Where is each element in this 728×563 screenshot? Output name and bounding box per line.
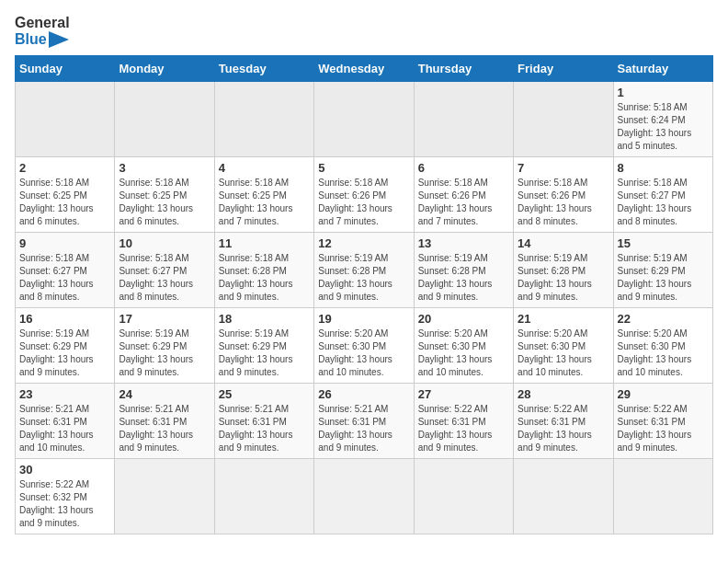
day-info: Sunrise: 5:20 AM Sunset: 6:30 PM Dayligh… <box>318 327 409 379</box>
calendar-cell <box>16 81 115 156</box>
day-number: 21 <box>518 312 609 326</box>
calendar-cell: 21Sunrise: 5:20 AM Sunset: 6:30 PM Dayli… <box>514 307 613 383</box>
calendar-cell <box>414 81 513 156</box>
calendar-cell: 15Sunrise: 5:19 AM Sunset: 6:29 PM Dayli… <box>613 232 712 307</box>
header-cell-saturday: Saturday <box>613 55 712 81</box>
day-info: Sunrise: 5:21 AM Sunset: 6:31 PM Dayligh… <box>219 403 310 454</box>
calendar-body: 1Sunrise: 5:18 AM Sunset: 6:24 PM Daylig… <box>16 81 713 534</box>
day-info: Sunrise: 5:18 AM Sunset: 6:27 PM Dayligh… <box>618 177 709 228</box>
day-info: Sunrise: 5:18 AM Sunset: 6:26 PM Dayligh… <box>418 177 509 228</box>
calendar-cell <box>314 81 414 156</box>
calendar-cell: 29Sunrise: 5:22 AM Sunset: 6:31 PM Dayli… <box>613 383 712 458</box>
calendar-cell: 17Sunrise: 5:19 AM Sunset: 6:29 PM Dayli… <box>115 307 214 383</box>
svg-marker-0 <box>49 31 69 48</box>
day-number: 13 <box>418 236 509 250</box>
day-number: 18 <box>219 312 310 326</box>
calendar-cell <box>214 458 313 534</box>
day-info: Sunrise: 5:18 AM Sunset: 6:25 PM Dayligh… <box>219 177 310 228</box>
day-info: Sunrise: 5:19 AM Sunset: 6:28 PM Dayligh… <box>418 252 509 304</box>
day-info: Sunrise: 5:22 AM Sunset: 6:31 PM Dayligh… <box>418 403 509 454</box>
calendar-cell <box>514 81 613 156</box>
calendar-cell: 6Sunrise: 5:18 AM Sunset: 6:26 PM Daylig… <box>414 156 513 232</box>
day-info: Sunrise: 5:22 AM Sunset: 6:31 PM Dayligh… <box>518 403 609 454</box>
logo-chevron-icon <box>49 31 69 48</box>
calendar-cell <box>514 458 613 534</box>
week-row-1: 2Sunrise: 5:18 AM Sunset: 6:25 PM Daylig… <box>16 156 713 232</box>
header-cell-thursday: Thursday <box>414 55 513 81</box>
logo-blue: Blue <box>15 31 47 48</box>
calendar-cell <box>115 81 214 156</box>
calendar-header-row: SundayMondayTuesdayWednesdayThursdayFrid… <box>16 55 713 81</box>
day-info: Sunrise: 5:19 AM Sunset: 6:29 PM Dayligh… <box>618 252 709 304</box>
day-info: Sunrise: 5:18 AM Sunset: 6:27 PM Dayligh… <box>119 252 210 304</box>
calendar-cell: 12Sunrise: 5:19 AM Sunset: 6:28 PM Dayli… <box>314 232 414 307</box>
calendar-cell: 13Sunrise: 5:19 AM Sunset: 6:28 PM Dayli… <box>414 232 513 307</box>
day-info: Sunrise: 5:19 AM Sunset: 6:28 PM Dayligh… <box>518 252 609 304</box>
calendar-cell: 16Sunrise: 5:19 AM Sunset: 6:29 PM Dayli… <box>16 307 115 383</box>
calendar-table: SundayMondayTuesdayWednesdayThursdayFrid… <box>15 55 713 534</box>
calendar-cell: 23Sunrise: 5:21 AM Sunset: 6:31 PM Dayli… <box>16 383 115 458</box>
day-info: Sunrise: 5:21 AM Sunset: 6:31 PM Dayligh… <box>119 403 210 454</box>
calendar-cell: 20Sunrise: 5:20 AM Sunset: 6:30 PM Dayli… <box>414 307 513 383</box>
day-number: 9 <box>19 236 110 250</box>
calendar-cell <box>613 458 712 534</box>
calendar-cell: 19Sunrise: 5:20 AM Sunset: 6:30 PM Dayli… <box>314 307 414 383</box>
header-cell-tuesday: Tuesday <box>214 55 313 81</box>
calendar-cell <box>314 458 414 534</box>
calendar-cell: 2Sunrise: 5:18 AM Sunset: 6:25 PM Daylig… <box>16 156 115 232</box>
day-info: Sunrise: 5:20 AM Sunset: 6:30 PM Dayligh… <box>418 327 509 379</box>
day-number: 23 <box>19 387 110 401</box>
day-info: Sunrise: 5:19 AM Sunset: 6:29 PM Dayligh… <box>119 327 210 379</box>
day-number: 8 <box>618 161 709 175</box>
header-cell-friday: Friday <box>514 55 613 81</box>
day-number: 4 <box>219 161 310 175</box>
header-cell-wednesday: Wednesday <box>314 55 414 81</box>
day-info: Sunrise: 5:18 AM Sunset: 6:26 PM Dayligh… <box>318 177 409 228</box>
calendar-cell: 4Sunrise: 5:18 AM Sunset: 6:25 PM Daylig… <box>214 156 313 232</box>
calendar-cell: 11Sunrise: 5:18 AM Sunset: 6:28 PM Dayli… <box>214 232 313 307</box>
calendar-cell: 30Sunrise: 5:22 AM Sunset: 6:32 PM Dayli… <box>16 458 115 534</box>
day-number: 30 <box>19 463 110 477</box>
day-number: 24 <box>119 387 210 401</box>
day-info: Sunrise: 5:21 AM Sunset: 6:31 PM Dayligh… <box>19 403 110 454</box>
day-number: 15 <box>618 236 709 250</box>
calendar-cell: 22Sunrise: 5:20 AM Sunset: 6:30 PM Dayli… <box>613 307 712 383</box>
day-number: 10 <box>119 236 210 250</box>
day-number: 2 <box>19 161 110 175</box>
day-number: 17 <box>119 312 210 326</box>
day-number: 16 <box>19 312 110 326</box>
calendar-cell: 7Sunrise: 5:18 AM Sunset: 6:26 PM Daylig… <box>514 156 613 232</box>
day-number: 12 <box>318 236 409 250</box>
calendar-cell: 1Sunrise: 5:18 AM Sunset: 6:24 PM Daylig… <box>613 81 712 156</box>
calendar-cell <box>214 81 313 156</box>
calendar-cell: 24Sunrise: 5:21 AM Sunset: 6:31 PM Dayli… <box>115 383 214 458</box>
day-info: Sunrise: 5:19 AM Sunset: 6:29 PM Dayligh… <box>219 327 310 379</box>
calendar-cell: 14Sunrise: 5:19 AM Sunset: 6:28 PM Dayli… <box>514 232 613 307</box>
day-info: Sunrise: 5:20 AM Sunset: 6:30 PM Dayligh… <box>518 327 609 379</box>
day-number: 5 <box>318 161 409 175</box>
day-info: Sunrise: 5:19 AM Sunset: 6:28 PM Dayligh… <box>318 252 409 304</box>
logo: General Blue <box>15 15 70 48</box>
week-row-0: 1Sunrise: 5:18 AM Sunset: 6:24 PM Daylig… <box>16 81 713 156</box>
day-info: Sunrise: 5:18 AM Sunset: 6:28 PM Dayligh… <box>219 252 310 304</box>
header-cell-monday: Monday <box>115 55 214 81</box>
calendar-cell: 28Sunrise: 5:22 AM Sunset: 6:31 PM Dayli… <box>514 383 613 458</box>
calendar-cell <box>414 458 513 534</box>
header: General Blue <box>15 15 713 48</box>
calendar-cell: 8Sunrise: 5:18 AM Sunset: 6:27 PM Daylig… <box>613 156 712 232</box>
day-info: Sunrise: 5:18 AM Sunset: 6:25 PM Dayligh… <box>19 177 110 228</box>
calendar-cell: 5Sunrise: 5:18 AM Sunset: 6:26 PM Daylig… <box>314 156 414 232</box>
day-number: 1 <box>618 86 709 99</box>
week-row-4: 23Sunrise: 5:21 AM Sunset: 6:31 PM Dayli… <box>16 383 713 458</box>
calendar-cell: 27Sunrise: 5:22 AM Sunset: 6:31 PM Dayli… <box>414 383 513 458</box>
day-info: Sunrise: 5:18 AM Sunset: 6:24 PM Dayligh… <box>618 101 709 153</box>
logo-general: General <box>15 15 70 31</box>
day-info: Sunrise: 5:20 AM Sunset: 6:30 PM Dayligh… <box>618 327 709 379</box>
day-number: 28 <box>518 387 609 401</box>
day-number: 6 <box>418 161 509 175</box>
day-info: Sunrise: 5:21 AM Sunset: 6:31 PM Dayligh… <box>318 403 409 454</box>
day-number: 3 <box>119 161 210 175</box>
day-number: 11 <box>219 236 310 250</box>
day-number: 27 <box>418 387 509 401</box>
day-info: Sunrise: 5:18 AM Sunset: 6:26 PM Dayligh… <box>518 177 609 228</box>
